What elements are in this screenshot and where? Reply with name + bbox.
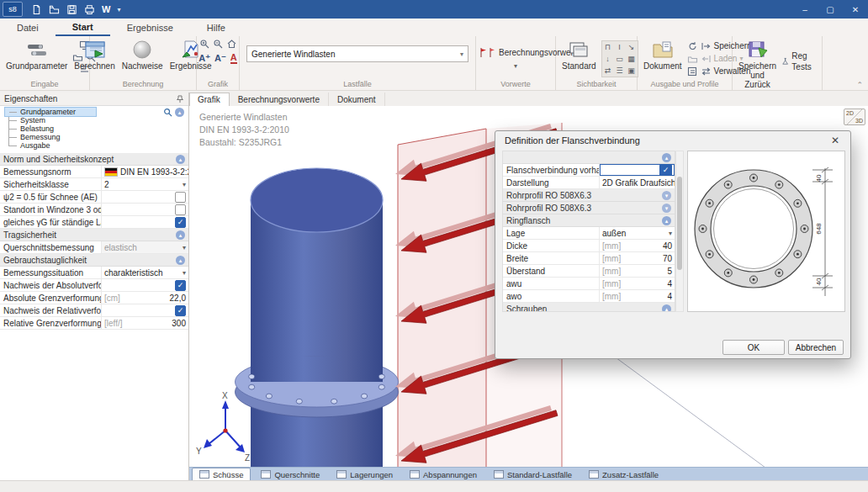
bottom-tab-3[interactable]: Abspannungen (403, 468, 484, 481)
property-value[interactable]: ✓ (102, 216, 188, 228)
pin-icon[interactable] (176, 95, 184, 103)
tree-item-3[interactable]: Bemessung (5, 133, 188, 141)
chevron-up-icon[interactable]: ▴ (176, 155, 185, 164)
property-value[interactable]: [mm]4 (600, 278, 675, 289)
chevron-down-icon[interactable]: ▾ (662, 204, 671, 213)
save-icon[interactable] (66, 4, 77, 15)
property-value[interactable]: [mm]40 (600, 240, 675, 251)
new-document-icon[interactable] (31, 4, 42, 15)
collapse-all-icon[interactable]: ▴ (175, 108, 184, 117)
reg-tests-button[interactable]: Reg Tests (781, 50, 818, 72)
property-value[interactable]: [cm]22,0 (102, 292, 188, 304)
cancel-button[interactable]: Abbrechen (788, 340, 844, 355)
chevron-down-icon[interactable]: ▾ (460, 50, 463, 58)
chevron-up-icon[interactable]: ▴ (662, 304, 671, 313)
visibility-toggle[interactable]: ↘ (626, 41, 638, 53)
lastfall-combobox[interactable]: Generierte Windlasten ▾ (246, 45, 468, 62)
bottom-tab-5[interactable]: Zusatz-Lastfälle (582, 468, 665, 481)
minimize-button[interactable]: – (792, 0, 818, 19)
checkbox[interactable]: ✓ (175, 217, 186, 228)
steel-tube[interactable] (236, 168, 399, 468)
bottom-tab-0[interactable]: Schüsse (192, 468, 251, 482)
font-bigger-icon[interactable]: A⁺ (198, 53, 210, 63)
close-button[interactable]: ✕ (843, 0, 868, 19)
section-header[interactable]: Tragsicherheit▴ (0, 229, 188, 241)
visibility-toggle[interactable]: ☰ (614, 65, 626, 77)
visibility-toggle[interactable]: ▣ (626, 65, 638, 77)
property-value[interactable]: DIN EN 1993-3-2:2010▾ (102, 166, 188, 177)
dropdown-arrow-icon[interactable]: ▾ (183, 269, 186, 277)
dialog-scrollbar[interactable] (675, 151, 684, 312)
collapse-ribbon-icon[interactable]: ⌃ (856, 81, 863, 89)
maximize-button[interactable]: ▢ (818, 0, 843, 19)
property-value[interactable]: ✓ (600, 164, 675, 176)
menu-tab-1[interactable]: Start (56, 19, 110, 36)
dropdown-arrow-icon[interactable]: ▾ (183, 244, 186, 251)
word-export-icon[interactable]: W (102, 4, 110, 14)
visibility-toggle[interactable]: I (614, 41, 626, 53)
speichern-und-zurueck-button[interactable]: Speichern und Zurück (736, 39, 779, 90)
tree-item-1[interactable]: System (5, 116, 188, 124)
checkbox[interactable] (175, 192, 186, 203)
visibility-toggle[interactable]: ↓ (602, 53, 614, 65)
property-value[interactable]: [mm]70 (600, 252, 675, 264)
checkbox[interactable]: ✓ (175, 305, 186, 316)
section-header[interactable]: Rohrprofil RO 508X6.3▾ (503, 202, 675, 214)
chevron-up-icon[interactable]: ▴ (662, 216, 671, 225)
font-smaller-icon[interactable]: A⁻ (214, 53, 226, 63)
property-value[interactable] (102, 191, 188, 203)
visibility-toggle[interactable]: ⊓ (602, 41, 614, 53)
property-value[interactable]: charakteristisch▾ (102, 267, 188, 278)
view-tab-0[interactable]: Grafik (189, 93, 230, 106)
tree-item-0[interactable]: Grundparameter (5, 108, 96, 116)
bottom-tab-2[interactable]: Lagerungen (330, 468, 400, 481)
menu-tab-0[interactable]: Datei (0, 19, 56, 36)
checkbox[interactable] (175, 204, 186, 215)
property-value[interactable]: [leff/]300 (102, 317, 188, 329)
menu-tab-2[interactable]: Ergebnisse (110, 19, 190, 36)
font-color-icon[interactable]: A (230, 52, 237, 64)
chevron-up-icon[interactable]: ▴ (176, 256, 185, 265)
property-value[interactable] (102, 204, 188, 215)
chevron-up-icon[interactable]: ▴ (662, 153, 671, 162)
ok-button[interactable]: OK (722, 340, 785, 355)
tree-item-4[interactable]: Ausgabe (5, 141, 188, 150)
visibility-toggle[interactable]: ⇄ (602, 65, 614, 77)
visibility-toggle[interactable]: ▦ (626, 53, 638, 65)
property-value[interactable]: ✓ (102, 279, 188, 291)
dialog-title-bar[interactable]: Definition der Flanschverbindung ✕ (495, 131, 850, 150)
view-tab-1[interactable]: Berechnungsvorwerte (230, 93, 329, 106)
dokument-button[interactable]: Dokument (641, 39, 685, 71)
view-2d-3d-toggle[interactable]: 2D 3D (844, 108, 865, 125)
property-value[interactable]: außen▾ (600, 227, 675, 239)
standard-view-button[interactable]: Standard (559, 39, 599, 71)
section-header[interactable]: Rohrprofil RO 508X6.3▾ (503, 189, 675, 202)
property-value[interactable]: elastisch▾ (102, 241, 188, 253)
property-value[interactable]: [mm]5 (600, 265, 675, 277)
property-value[interactable]: 2D Grafik Draufsicht▾ (600, 177, 675, 188)
tree-item-2[interactable]: Belastung (5, 124, 188, 133)
section-header[interactable]: Schrauben▴ (503, 303, 675, 312)
bottom-tab-1[interactable]: Querschnitte (254, 468, 326, 481)
chevron-down-icon[interactable]: ▾ (662, 191, 671, 200)
property-value[interactable]: 2▾ (102, 178, 188, 190)
view-tab-2[interactable]: Dokument (329, 93, 385, 106)
visibility-toggle[interactable]: ▭ (614, 53, 626, 65)
checkbox[interactable]: ✓ (175, 280, 186, 291)
section-header[interactable]: ▴ (503, 151, 675, 164)
search-icon[interactable] (163, 108, 172, 117)
chevron-up-icon[interactable]: ▴ (176, 230, 185, 240)
section-header[interactable]: Gebrauchstauglichkeit▴ (0, 254, 188, 267)
dialog-close-icon[interactable]: ✕ (829, 135, 841, 146)
bottom-tab-4[interactable]: Standard-Lastfälle (487, 468, 579, 481)
zoom-in-icon[interactable] (199, 39, 210, 49)
menu-tab-3[interactable]: Hilfe (190, 19, 242, 36)
nachweise-button[interactable]: Nachweise (119, 39, 166, 71)
grundparameter-button[interactable]: Grundparameter (3, 39, 70, 71)
section-header[interactable]: Norm und Sicherheitskonzept▴ (0, 153, 188, 166)
property-value[interactable]: ✓ (102, 304, 188, 316)
section-header[interactable]: Ringflansch▴ (503, 214, 675, 227)
print-icon[interactable] (84, 4, 95, 15)
toolbar-more-icon[interactable]: ▾ (117, 6, 120, 13)
zoom-home-icon[interactable] (226, 39, 237, 49)
